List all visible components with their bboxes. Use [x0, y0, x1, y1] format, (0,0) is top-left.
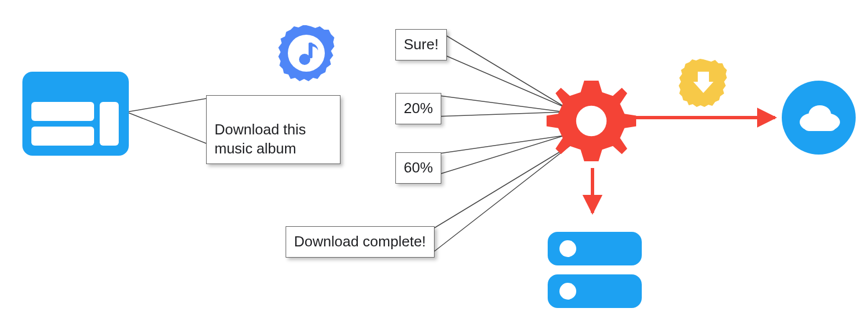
svg-line-5	[436, 112, 564, 116]
svg-rect-26	[803, 119, 837, 131]
music-note-badge-icon	[276, 22, 337, 84]
reply-bubble-sure: Sure!	[395, 29, 447, 60]
svg-point-18	[299, 54, 310, 65]
svg-line-0	[127, 99, 206, 112]
svg-line-4	[436, 95, 564, 112]
svg-point-28	[559, 240, 576, 257]
svg-point-16	[288, 35, 325, 72]
disk-stack-icon	[544, 226, 645, 316]
request-bubble-text: Download this music album	[214, 121, 306, 157]
reply-bubble-complete: Download complete!	[286, 226, 435, 258]
client-window-icon	[22, 72, 129, 156]
reply-bubble-progress-20-text: 20%	[404, 100, 433, 116]
svg-point-30	[559, 283, 576, 300]
request-bubble: Download this music album	[206, 95, 340, 164]
svg-line-1	[127, 112, 206, 143]
reply-bubble-progress-20: 20%	[395, 93, 441, 124]
cloud-icon	[780, 78, 858, 157]
svg-rect-20	[698, 72, 709, 83]
svg-point-19	[576, 106, 606, 136]
svg-rect-13	[31, 102, 94, 121]
svg-rect-14	[31, 127, 94, 146]
reply-bubble-progress-60: 60%	[395, 152, 441, 184]
svg-rect-15	[100, 102, 119, 146]
gear-icon	[547, 76, 636, 166]
svg-line-6	[436, 136, 564, 154]
reply-bubble-sure-text: Sure!	[404, 36, 438, 53]
download-arrow-badge-icon	[676, 56, 730, 110]
reply-bubble-complete-text: Download complete!	[294, 233, 426, 250]
reply-bubble-progress-60-text: 60%	[404, 159, 433, 176]
svg-line-7	[436, 136, 564, 175]
